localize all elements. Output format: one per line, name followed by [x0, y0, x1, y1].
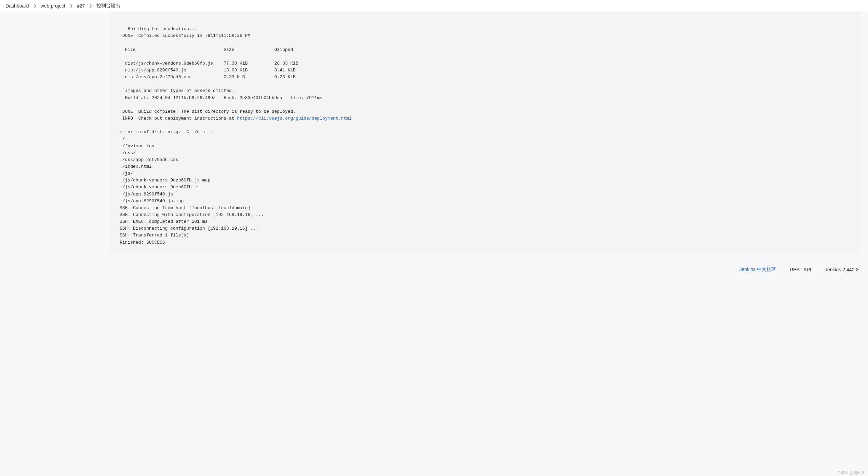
console-text-post-link: + tar -czvf dist.tar.gz -C ./dist . ./ .… [120, 130, 264, 245]
breadcrumb-console[interactable]: 控制台输出 [96, 3, 120, 9]
page-footer: Jenkins 中文社区 REST API Jenkins 2.440.2 [0, 254, 868, 277]
main-content: - Building for production... DONE Compil… [0, 12, 868, 254]
console-output[interactable]: - Building for production... DONE Compil… [109, 12, 861, 254]
footer-rest-api-link[interactable]: REST API [790, 267, 811, 272]
chevron-right-icon: ❯ [69, 3, 73, 8]
breadcrumb-dashboard[interactable]: Dashboard [5, 3, 29, 9]
breadcrumb-build[interactable]: #27 [77, 3, 85, 9]
footer-community-link[interactable]: Jenkins 中文社区 [739, 267, 776, 273]
chevron-right-icon: ❯ [33, 3, 37, 8]
chevron-right-icon: ❯ [89, 3, 92, 8]
breadcrumb: Dashboard ❯ web-project ❯ #27 ❯ 控制台输出 [0, 0, 868, 12]
console-text-pre-link: - Building for production... DONE Compil… [120, 26, 322, 121]
breadcrumb-project[interactable]: web-project [41, 3, 65, 9]
deployment-link[interactable]: https://cli.vuejs.org/guide/deployment.h… [237, 116, 351, 121]
footer-version: Jenkins 2.440.2 [825, 267, 858, 272]
